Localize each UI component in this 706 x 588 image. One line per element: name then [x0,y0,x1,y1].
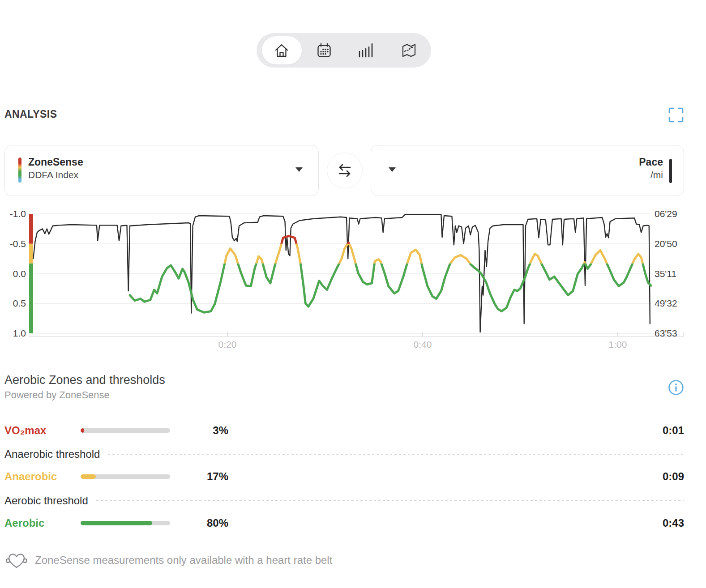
zone-label: Anaerobic [4,470,57,483]
zonesense-footnote: ZoneSense measurements only available wi… [35,554,332,567]
chevron-down-icon [389,167,396,172]
left-series-selector[interactable]: ZoneSense DDFA Index [4,145,319,196]
threshold-label: Aerobic threshold [4,494,88,507]
expand-chart-button[interactable] [667,107,685,124]
axis-tick-label: 63'53 [655,328,704,339]
zone-label: Aerobic [4,517,44,529]
left-selector-subtitle: DDFA Index [28,169,83,181]
zones-info-button[interactable] [668,379,684,396]
right-selector-title: Pace [639,155,663,169]
zones-section-title: Aerobic Zones and thresholds [4,373,165,387]
axis-tick-label: 49'32 [655,298,704,309]
zone-progress-fill [81,428,84,433]
activity-analysis-screen: ANALYSIS ZoneSense DDFA Index Pace /mi -… [0,0,706,588]
pace-color-indicator [669,159,672,183]
calendar-icon [316,42,333,59]
axis-tick-label: 0.0 [0,268,26,280]
axis-tick-label: 1:00 [598,339,638,350]
zone-percent: 3% [175,424,228,437]
threshold-dotted-line [108,454,684,455]
heart-rate-belt-icon [6,552,27,571]
fullscreen-icon [667,107,685,124]
swap-series-button[interactable] [327,153,363,188]
zone-percent: 80% [175,517,228,529]
axis-tick-label: 35'11 [655,268,704,280]
zone-progress-track [81,474,170,479]
aerobic-threshold-row: Aerobic threshold [4,494,684,507]
right-selector-subtitle: /mi [639,169,663,181]
zone-progress-track [81,521,170,525]
zone-percent: 17% [175,470,228,483]
threshold-dotted-line [96,500,684,501]
info-icon [668,379,684,396]
zone-time: 0:43 [663,517,684,529]
nav-map-button[interactable] [389,33,429,68]
home-icon [273,43,290,59]
map-icon [401,42,418,59]
bar-chart-icon [357,42,375,59]
axis-tick-label: 0.5 [0,298,26,309]
axis-tick-label: 06'29 [655,208,704,220]
right-series-selector[interactable]: Pace /mi [371,145,684,196]
zone-progress-fill [81,474,96,479]
axis-tick-label: -0.5 [0,238,26,250]
zone-row-anaerobic: Anaerobic 17% 0:09 [4,469,684,484]
zone-progress-fill [81,521,152,525]
nav-calendar-button[interactable] [304,33,344,68]
zonesense-gradient-bar [18,158,21,183]
axis-tick-label: 20'50 [655,238,704,250]
threshold-label: Anaerobic threshold [4,448,100,460]
axis-tick-label: 0:40 [402,339,443,350]
analysis-section-title: ANALYSIS [4,108,57,120]
left-selector-title: ZoneSense [28,155,83,169]
axis-tick-label: -1.0 [0,208,26,220]
anaerobic-threshold-row: Anaerobic threshold [4,447,684,461]
nav-progress-button[interactable] [346,33,386,68]
zone-time: 0:01 [663,424,684,437]
nav-home-button[interactable] [261,33,302,68]
zone-row-aerobic: Aerobic 80% 0:43 [4,516,684,530]
zone-row-vo2max: VO₂max 3% 0:01 [4,423,684,438]
zone-progress-track [81,428,170,433]
zone-label: VO₂max [4,424,46,437]
chevron-down-icon [295,167,303,172]
zone-time: 0:09 [663,470,684,483]
axis-tick-label: 1.0 [0,328,26,339]
view-switcher [257,33,431,68]
axis-tick-label: 0:20 [207,339,248,350]
zones-section-subtitle: Powered by ZoneSense [4,389,110,401]
swap-arrows-icon [336,163,353,178]
